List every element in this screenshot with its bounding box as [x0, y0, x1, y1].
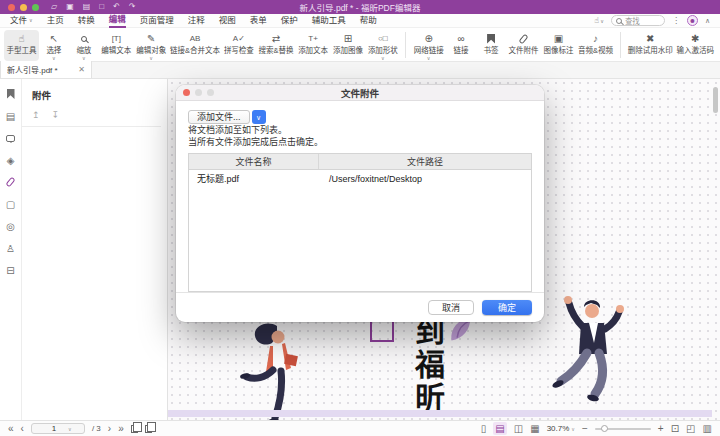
vertical-scrollbar[interactable] [713, 87, 718, 113]
zoom-slider[interactable] [595, 428, 651, 430]
menu-accessibility[interactable]: 辅助工具 [312, 14, 346, 28]
sidebar-item-attachments[interactable] [3, 175, 19, 189]
sidebar-item-comments[interactable] [3, 131, 19, 145]
zoom-slider-handle[interactable] [601, 425, 608, 432]
toolbar-web-link[interactable]: ⊕网络链接∨ [411, 30, 446, 61]
minimize-button[interactable] [20, 4, 27, 11]
fit-page-button[interactable]: ⊡ [671, 422, 679, 435]
open-folder-button[interactable]: ▱ [51, 0, 57, 14]
save-icon: ▣ [66, 2, 74, 11]
menu-view[interactable]: 视图 [219, 14, 236, 28]
undo-button[interactable]: ↶ [113, 0, 120, 14]
column-header-file-path[interactable]: 文件路径 [319, 154, 531, 169]
new-doc-button[interactable]: □ [99, 0, 104, 14]
toolbar-hand-tool[interactable]: ☝手型工具∨ [4, 30, 39, 61]
search-input[interactable]: 查找 [611, 15, 665, 26]
menu-convert[interactable]: 转换 [78, 14, 95, 28]
toolbar-image-callout[interactable]: ▣图像标注∨ [541, 30, 576, 61]
toolbar-add-image[interactable]: ⊞添加图像∨ [331, 30, 366, 61]
previous-view-button[interactable] [131, 425, 138, 433]
pencil-icon: ✎ [147, 32, 155, 45]
menu-protect[interactable]: 保护 [281, 14, 298, 28]
page-number-input[interactable]: ∨ [31, 423, 85, 434]
close-tab-icon[interactable]: ✕ [78, 65, 85, 74]
document-icon: ▢ [6, 198, 15, 211]
add-file-button[interactable]: 添加文件... [188, 110, 250, 124]
toolbar-link[interactable]: ∞链接∨ [446, 30, 476, 61]
statusbar-right: ▯▤◫▦30.7%∨−+⊡◰▥ [481, 422, 712, 435]
dialog-title: 文件附件 [176, 86, 544, 100]
dialog-close-button[interactable] [183, 89, 190, 96]
chevron-down-icon: ∨ [381, 55, 385, 61]
facing-view-button[interactable]: ◫ [514, 422, 523, 435]
fit-width-button[interactable]: ▥ [703, 422, 712, 435]
column-header-file-name[interactable]: 文件名称 [189, 154, 319, 169]
menu-page-manage[interactable]: 页面管理 [140, 14, 174, 28]
quick-hand-tool-button[interactable]: ☝ ∨ [594, 16, 604, 25]
close-button[interactable] [8, 4, 15, 11]
menu-help[interactable]: 帮助 [360, 14, 377, 28]
sidebar-item-stamps[interactable]: ♙ [3, 241, 19, 255]
account-avatar[interactable]: ☻ [687, 15, 698, 26]
toolbar-zoom[interactable]: 缩放∨ [69, 30, 99, 61]
next-page-button[interactable]: › [108, 422, 111, 435]
dialog-body: 添加文件... ∨ 将文档添加至如下列表。 当所有文件添加完成后点击确定。 文件… [176, 101, 544, 292]
file-path-cell: /Users/foxitnet/Desktop [319, 174, 531, 184]
toolbar-remove-trial-watermark[interactable]: ✖删除试用水印∨ [626, 30, 674, 61]
table-row[interactable]: 无标题.pdf/Users/foxitnet/Desktop [189, 170, 531, 187]
print-button[interactable]: ▤ [83, 0, 91, 14]
document-tab-label: 新人引导.pdf * [7, 64, 58, 75]
facing-continuous-view-button[interactable]: ▦ [530, 422, 539, 435]
toolbar-bookmark[interactable]: 书签∨ [476, 30, 506, 61]
page-number-field[interactable] [44, 424, 64, 433]
zoom-level-value: 30.7% [547, 424, 570, 433]
continuous-view-button[interactable]: ▤ [493, 422, 506, 435]
toolbar-edit-object[interactable]: ✎编辑对象∨ [134, 30, 169, 61]
toolbar-select[interactable]: ↖选择∨ [39, 30, 69, 61]
zoom-button[interactable] [32, 4, 39, 11]
next-view-button[interactable] [145, 425, 152, 433]
toolbar-spell-check[interactable]: A✓拼写检查∨ [221, 30, 256, 61]
sidebar-item-page-thumbnails[interactable]: ▤ [3, 109, 19, 123]
menu-comment[interactable]: 注释 [188, 14, 205, 28]
ok-button[interactable]: 确定 [482, 300, 532, 315]
open-attachment-button[interactable]: ↧ [52, 110, 60, 120]
sidebar-item-portfolio[interactable]: ▢ [3, 197, 19, 211]
sidebar-item-destinations[interactable]: ◎ [3, 219, 19, 233]
sidebar-item-layers[interactable]: ◈ [3, 153, 19, 167]
upload-attachment-button[interactable]: ↥ [32, 110, 40, 120]
menu-form[interactable]: 表单 [250, 14, 267, 28]
more-options-button[interactable]: ⋮ [672, 16, 680, 25]
zoom-out-button[interactable]: − [582, 422, 588, 435]
document-tab[interactable]: 新人引导.pdf * ✕ [0, 61, 92, 78]
redo-button[interactable]: ↷ [129, 0, 136, 14]
last-page-button[interactable]: » [118, 422, 124, 435]
sidebar-item-bookmarks[interactable] [3, 87, 19, 101]
toolbar-file-attachment[interactable]: 文件附件∨ [506, 30, 541, 61]
toolbar-audio-video[interactable]: ♪音频&视频∨ [576, 30, 615, 61]
fit-page-icon: ⊡ [671, 422, 679, 435]
sidebar-item-form-fields[interactable]: ⊟ [3, 263, 19, 277]
first-page-button[interactable]: « [8, 422, 14, 435]
menu-edit[interactable]: 编辑 [109, 14, 126, 28]
menu-file[interactable]: 文件∨ [10, 14, 33, 28]
toolbar-add-shape[interactable]: ○□添加形状∨ [365, 30, 400, 61]
zoom-level-dropdown[interactable]: 30.7%∨ [547, 424, 575, 433]
menu-home[interactable]: 主页 [47, 14, 64, 28]
toolbar-add-text[interactable]: T+添加文本∨ [296, 30, 331, 61]
toolbar-link-merge-text[interactable]: AB链接&合并文本∨ [169, 30, 222, 61]
cancel-button[interactable]: 取消 [428, 300, 474, 315]
audio-video-icon: ♪ [593, 32, 598, 45]
toolbar-item-label: 图像标注 [543, 46, 573, 55]
save-button[interactable]: ▣ [66, 0, 74, 14]
toolbar-enter-activation-code[interactable]: ✱输入激活码∨ [674, 30, 716, 61]
fullscreen-button[interactable]: ◰ [686, 422, 695, 435]
single-page-view-button[interactable]: ▯ [481, 422, 487, 435]
zoom-in-button[interactable]: + [658, 422, 664, 435]
collapse-ribbon-button[interactable]: ∧ [705, 17, 710, 25]
toolbar-item-label: 手型工具 [6, 46, 36, 55]
toolbar-edit-text[interactable]: [T]编辑文本∨ [99, 30, 134, 61]
prev-page-button[interactable]: ‹ [21, 422, 24, 435]
toolbar-search-replace[interactable]: ⇄搜索&替换∨ [256, 30, 295, 61]
add-file-dropdown-button[interactable]: ∨ [252, 110, 266, 124]
